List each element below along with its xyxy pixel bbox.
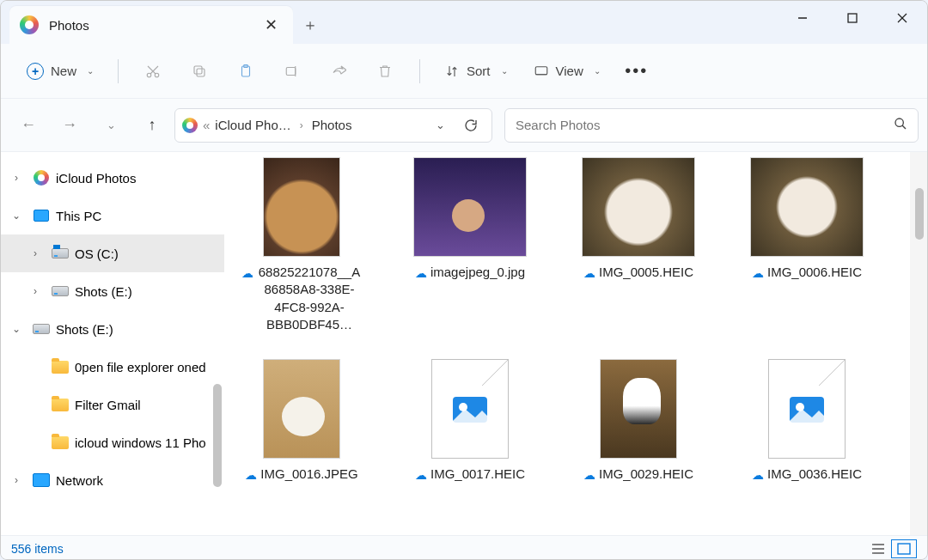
plus-circle-icon: +	[27, 63, 44, 80]
cloud-icon: ☁	[241, 265, 253, 282]
sidebar-item-this-pc[interactable]: ⌄This PC	[1, 197, 224, 234]
svg-rect-20	[898, 544, 910, 554]
sidebar-item-os-c-[interactable]: ›OS (C:)	[1, 234, 224, 272]
image-thumbnail	[263, 359, 340, 459]
recent-button[interactable]: ⌄	[92, 108, 130, 143]
item-count: 556 items	[11, 542, 64, 556]
new-label: New	[51, 64, 76, 78]
sidebar-label: This PC	[56, 209, 101, 223]
sidebar-label: Filter Gmail	[75, 398, 141, 412]
close-window-button[interactable]	[877, 1, 927, 35]
sidebar-label: Shots (E:)	[75, 284, 132, 299]
refresh-button[interactable]	[457, 112, 485, 139]
share-button[interactable]	[318, 54, 359, 88]
file-item[interactable]: ☁IMG_0016.JPEG	[241, 359, 362, 484]
breadcrumb-parent[interactable]: iCloud Pho…	[215, 118, 290, 132]
minimize-button[interactable]	[778, 1, 827, 35]
sidebar-item-shots-e-[interactable]: ›Shots (E:)	[1, 272, 224, 310]
file-item[interactable]: ☁IMG_0036.HEIC	[747, 359, 867, 484]
file-name: IMG_0017.HEIC	[430, 466, 525, 483]
breadcrumb-dropdown[interactable]: ⌄	[426, 112, 454, 139]
sidebar-item-icloud-windows-11-pho[interactable]: icloud windows 11 Pho	[1, 423, 224, 461]
image-thumbnail	[750, 157, 864, 257]
file-scrollbar[interactable]	[910, 152, 927, 535]
new-tab-button[interactable]: ＋	[293, 6, 327, 44]
chevron-icon[interactable]: ›	[6, 172, 27, 184]
tab-photos[interactable]: Photos ✕	[9, 6, 293, 44]
close-tab-icon[interactable]: ✕	[259, 13, 283, 37]
maximize-button[interactable]	[827, 1, 877, 35]
svg-rect-6	[197, 69, 205, 76]
separator	[419, 59, 420, 83]
sidebar-scrollbar[interactable]	[209, 152, 224, 535]
drive-icon	[32, 320, 51, 338]
search-input[interactable]: Search Photos	[504, 108, 919, 143]
breadcrumb-current[interactable]: Photos	[312, 118, 352, 132]
chevron-down-icon: ⌄	[87, 66, 94, 76]
breadcrumb[interactable]: « iCloud Pho… › Photos ⌄	[174, 108, 492, 143]
sidebar-item-icloud-photos[interactable]: ›iCloud Photos	[1, 159, 224, 197]
back-button[interactable]: ←	[9, 108, 47, 143]
file-item[interactable]: ☁IMG_0017.HEIC	[410, 359, 530, 484]
file-item[interactable]: ☁IMG_0029.HEIC	[578, 359, 699, 484]
chevron-icon[interactable]: ›	[25, 247, 46, 259]
up-button[interactable]: ↑	[133, 108, 171, 143]
rename-button[interactable]	[272, 54, 313, 88]
view-icon	[534, 64, 549, 79]
file-pane: ☁68825221078__A86858A8-338E-4FC8-992A-BB…	[224, 152, 927, 535]
toolbar: + New ⌄ Sort ⌄ View ⌄ •••	[1, 44, 927, 99]
cut-button[interactable]	[132, 54, 174, 88]
file-name: IMG_0016.JPEG	[260, 466, 357, 483]
svg-point-12	[895, 119, 903, 126]
sidebar-item-0pen-file-explorer-oned[interactable]: 0pen file explorer oned	[1, 348, 224, 386]
chevron-icon[interactable]: ⌄	[6, 323, 27, 335]
search-icon	[894, 117, 907, 133]
sidebar-item-shots-e-[interactable]: ⌄Shots (E:)	[1, 310, 224, 348]
chevron-icon[interactable]: ›	[6, 474, 27, 486]
net-icon	[32, 471, 51, 490]
cloud-icon: ☁	[752, 265, 764, 282]
breadcrumb-overflow: «	[203, 118, 210, 132]
chevron-down-icon: ⌄	[501, 66, 508, 76]
chevron-down-icon: ⌄	[594, 66, 601, 76]
sidebar-item-filter-gmail[interactable]: Filter Gmail	[1, 386, 224, 423]
forward-button[interactable]: →	[51, 108, 89, 143]
image-thumbnail	[600, 359, 677, 459]
view-label: View	[556, 64, 583, 78]
sidebar-label: icloud windows 11 Pho	[75, 435, 206, 450]
sidebar-label: 0pen file explorer oned	[75, 360, 206, 374]
chevron-icon[interactable]: ›	[25, 285, 46, 297]
thumbnails-view-button[interactable]	[891, 539, 917, 558]
file-item[interactable]: ☁IMG_0005.HEIC	[578, 157, 699, 333]
cloud-icon: ☁	[583, 467, 595, 484]
chevron-right-icon: ›	[300, 119, 303, 131]
file-name: IMG_0005.HEIC	[599, 264, 693, 281]
file-name: IMG_0029.HEIC	[599, 466, 693, 483]
more-button[interactable]: •••	[616, 54, 657, 88]
copy-button[interactable]	[179, 54, 220, 88]
paste-button[interactable]	[225, 54, 266, 88]
file-item[interactable]: ☁68825221078__A86858A8-338E-4FC8-992A-BB…	[241, 157, 362, 333]
sidebar-item-network[interactable]: ›Network	[1, 461, 224, 499]
titlebar: Photos ✕ ＋	[1, 1, 927, 44]
sidebar: ›iCloud Photos⌄This PC›OS (C:)›Shots (E:…	[1, 152, 224, 535]
drive-icon	[51, 282, 70, 301]
svg-rect-10	[286, 67, 296, 75]
view-button[interactable]: View ⌄	[523, 54, 611, 88]
sort-button[interactable]: Sort ⌄	[434, 54, 518, 88]
sort-icon	[444, 64, 460, 79]
file-item[interactable]: ☁IMG_0006.HEIC	[747, 157, 867, 333]
details-view-button[interactable]	[865, 539, 891, 558]
file-name: IMG_0006.HEIC	[767, 264, 862, 281]
window-controls	[778, 1, 927, 35]
cloud-icon: ☁	[415, 265, 427, 282]
delete-button[interactable]	[364, 54, 406, 88]
tab-title: Photos	[49, 18, 248, 33]
file-item[interactable]: ☁imagejpeg_0.jpg	[410, 157, 530, 333]
chevron-icon[interactable]: ⌄	[6, 210, 27, 222]
file-thumbnail	[431, 359, 509, 459]
photos-icon	[182, 118, 198, 133]
new-button[interactable]: + New ⌄	[16, 54, 104, 88]
photos-icon	[32, 168, 51, 187]
cloud-icon: ☁	[415, 467, 427, 484]
